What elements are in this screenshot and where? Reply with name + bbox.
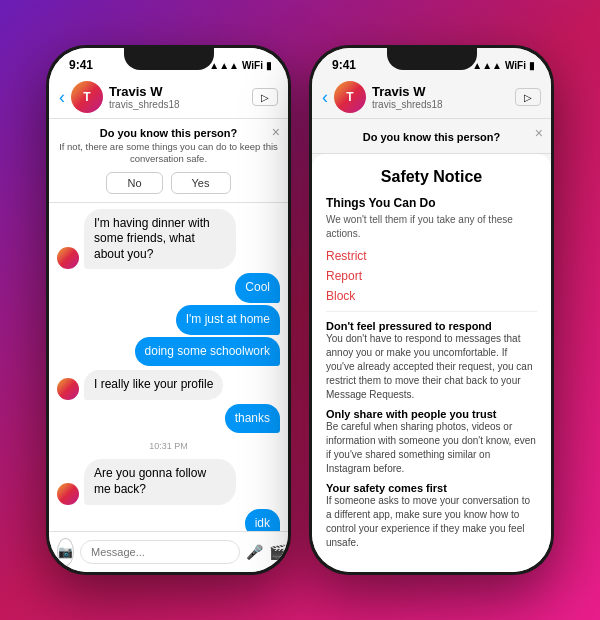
safety-sheet-title: Safety Notice [326,168,537,186]
list-item: I really like your profile [84,370,223,400]
list-item: Cool [235,273,280,303]
table-row: I really like your profile [57,370,280,400]
divider-1 [326,311,537,312]
status-icons-left: ▲▲▲ WiFi ▮ [209,60,272,71]
back-button-right[interactable]: ‹ [322,87,328,108]
avatar-left: T [71,81,103,113]
safety-banner-title: Do you know this person? [59,127,278,139]
safety-notice-close[interactable]: × [535,125,543,141]
things-you-can-do-sub: We won't tell them if you take any of th… [326,213,537,241]
no-pressure-text: You don't have to respond to messages th… [326,332,537,402]
gif-icon[interactable]: 🎬 [269,544,286,560]
wifi-icon-right: WiFi [505,60,526,71]
only-share-text: Be careful when sharing photos, videos o… [326,420,537,476]
table-row: Are you gonna follow me back? [57,459,280,504]
header-info-left: Travis W travis_shreds18 [109,84,246,110]
your-safety-title: Your safety comes first [326,482,537,494]
avatar [57,247,79,269]
right-message-group: idk [57,509,280,531]
list-item: Are you gonna follow me back? [84,459,236,504]
only-share-title: Only share with people you trust [326,408,537,420]
contact-name-left: Travis W [109,84,246,99]
list-item: idk [245,509,280,531]
notch [124,48,214,70]
no-button[interactable]: No [106,172,162,194]
safety-banner: × Do you know this person? If not, there… [49,119,288,203]
notch-right [387,48,477,70]
camera-button[interactable]: 📷 [57,538,74,566]
safety-banner-buttons: No Yes [59,172,278,194]
contact-name-right: Travis W [372,84,509,99]
restrict-link[interactable]: Restrict [326,249,537,263]
input-action-icons: 🎤 🎬 😊 [246,544,288,560]
avatar-right: T [334,81,366,113]
mic-icon[interactable]: 🎤 [246,544,263,560]
report-link[interactable]: Report [326,269,537,283]
table-row: I'm having dinner with some friends, wha… [57,209,280,270]
video-icon-symbol: ▷ [261,92,269,103]
chat-header-right: ‹ T Travis W travis_shreds18 ▷ [312,76,551,119]
safety-close-button[interactable]: × [272,124,280,140]
header-info-right: Travis W travis_shreds18 [372,84,509,110]
list-item: doing some schoolwork [135,337,280,367]
safety-notice-banner-text: Do you know this person? [363,131,501,143]
back-button-left[interactable]: ‹ [59,87,65,108]
right-message-group: thanks [57,404,280,434]
list-item: I'm just at home [176,305,280,335]
right-message-group: Cool I'm just at home doing some schoolw… [57,273,280,366]
video-icon-symbol-right: ▷ [524,92,532,103]
contact-username-left: travis_shreds18 [109,99,246,110]
contact-username-right: travis_shreds18 [372,99,509,110]
signal-icon-right: ▲▲▲ [472,60,502,71]
status-time-left: 9:41 [69,58,93,72]
battery-icon: ▮ [266,60,272,71]
right-phone: 9:41 ▲▲▲ WiFi ▮ ‹ T Travis W travis_shre… [309,45,554,575]
safety-banner-text: If not, there are some things you can do… [59,141,278,166]
your-safety-text: If someone asks to move your conversatio… [326,494,537,550]
status-time-right: 9:41 [332,58,356,72]
timestamp: 10:31 PM [57,441,280,451]
message-input[interactable] [80,540,240,564]
battery-icon-right: ▮ [529,60,535,71]
safety-notice-banner: Do you know this person? × [312,119,551,154]
yes-button[interactable]: Yes [171,172,231,194]
avatar [57,378,79,400]
signal-icon: ▲▲▲ [209,60,239,71]
list-item: thanks [225,404,280,434]
chat-header-left: ‹ T Travis W travis_shreds18 ▷ [49,76,288,119]
wifi-icon: WiFi [242,60,263,71]
safety-sheet: Safety Notice Things You Can Do We won't… [312,154,551,572]
input-bar: 📷 🎤 🎬 😊 [49,531,288,572]
avatar [57,483,79,505]
things-you-can-do-title: Things You Can Do [326,196,537,210]
block-link[interactable]: Block [326,289,537,303]
messages-container: I'm having dinner with some friends, wha… [49,203,288,531]
video-call-button-right[interactable]: ▷ [515,88,541,106]
no-pressure-title: Don't feel pressured to respond [326,320,537,332]
status-icons-right: ▲▲▲ WiFi ▮ [472,60,535,71]
video-call-button-left[interactable]: ▷ [252,88,278,106]
left-phone: 9:41 ▲▲▲ WiFi ▮ ‹ T Travis W travis_shre… [46,45,291,575]
list-item: I'm having dinner with some friends, wha… [84,209,236,270]
